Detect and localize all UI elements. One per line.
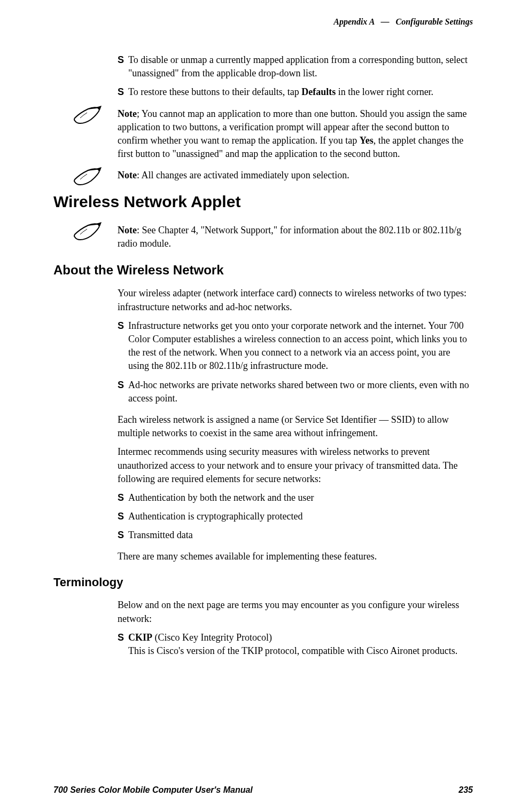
note-icon (72, 221, 104, 242)
paragraph: Your wireless adapter (network interface… (118, 287, 473, 313)
page-header: Appendix A — Configurable Settings (333, 16, 473, 28)
list-item: CKIP (Cisco Key Integrity Protocol) This… (118, 631, 473, 658)
list-item: Infrastructure networks get you onto you… (118, 319, 473, 373)
bold-text: Yes (360, 135, 374, 146)
note-label: Note (118, 170, 137, 180)
bold-text: Defaults (301, 86, 336, 97)
header-dash: — (381, 17, 390, 26)
heading-2: About the Wireless Network (53, 261, 473, 279)
paragraph: Each wireless network is assigned a name… (118, 413, 473, 440)
page-footer: 700 Series Color Mobile Computer User's … (53, 784, 473, 796)
bullet-list-4: CKIP (Cisco Key Integrity Protocol) This… (118, 631, 473, 658)
term-desc: This is Cisco's version of the TKIP prot… (128, 645, 457, 656)
term-name: CKIP (128, 632, 152, 643)
appendix-label: Appendix A (333, 17, 374, 26)
bullet-text: To restore these buttons to their defaul… (128, 86, 301, 97)
paragraph: There are many schemes available for imp… (118, 550, 473, 563)
list-item: To restore these buttons to their defaul… (118, 85, 473, 99)
list-item: To disable or unmap a currently mapped a… (118, 53, 473, 80)
list-item: Authentication by both the network and t… (118, 491, 473, 504)
note-label: Note (118, 225, 137, 235)
bullet-text: Infrastructure networks get you onto you… (128, 320, 467, 372)
bullet-text: Authentication is cryptographically prot… (128, 511, 302, 522)
header-title: Configurable Settings (396, 17, 473, 26)
note-block-3: Note: See Chapter 4, "Network Support," … (118, 224, 473, 250)
bullet-text: Authentication by both the network and t… (128, 492, 314, 503)
note-text: Note; You cannot map an application to m… (118, 107, 473, 161)
paragraph: Below and on the next page are terms you… (118, 598, 473, 625)
note-icon (72, 105, 104, 126)
note-text: Note: See Chapter 4, "Network Support," … (118, 224, 473, 250)
note-block-1: Note; You cannot map an application to m… (118, 107, 473, 161)
bullet-list-1: To disable or unmap a currently mapped a… (118, 53, 473, 99)
heading-1: Wireless Network Applet (53, 191, 473, 213)
list-item: Transmitted data (118, 529, 473, 542)
footer-page-number: 235 (458, 784, 473, 796)
footer-manual-title: 700 Series Color Mobile Computer User's … (53, 784, 253, 796)
note-icon (72, 166, 104, 187)
note-block-2: Note: All changes are activated immediat… (118, 169, 473, 182)
bullet-text: in the lower right corner. (336, 86, 433, 97)
bullet-list-3: Authentication by both the network and t… (118, 491, 473, 542)
main-content: To disable or unmap a currently mapped a… (118, 53, 473, 658)
bullet-list-2: Infrastructure networks get you onto you… (118, 319, 473, 405)
heading-3: Terminology (53, 574, 473, 591)
list-item: Authentication is cryptographically prot… (118, 510, 473, 523)
bullet-text: To disable or unmap a currently mapped a… (128, 54, 468, 78)
note-text: Note: All changes are activated immediat… (118, 169, 473, 182)
note-body: : See Chapter 4, "Network Support," for … (118, 225, 461, 249)
note-label: Note (118, 108, 137, 119)
note-body: : All changes are activated immediately … (137, 170, 349, 180)
paragraph: Intermec recommends using security measu… (118, 445, 473, 486)
term-paren: (Cisco Key Integrity Protocol) (152, 632, 272, 643)
list-item: Ad-hoc networks are private networks sha… (118, 379, 473, 405)
bullet-text: Ad-hoc networks are private networks sha… (128, 380, 469, 404)
bullet-text: Transmitted data (128, 530, 193, 540)
